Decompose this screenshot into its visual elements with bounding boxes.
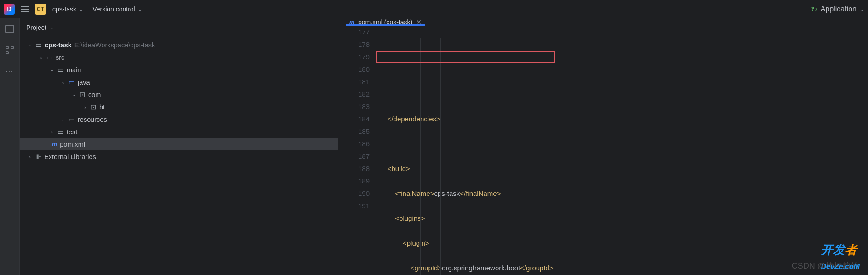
run-config-label: Application [821, 5, 857, 13]
expand-icon: ⌄ [71, 92, 77, 97]
package-icon: ⊡ [80, 91, 86, 98]
line-number: 185 [338, 125, 370, 138]
collapse-icon: › [27, 154, 33, 160]
library-icon: ⊪ [35, 153, 41, 160]
folder-icon: ▭ [35, 41, 42, 49]
expand-icon: ⌄ [60, 79, 66, 85]
collapse-icon: › [60, 117, 66, 122]
tree-node-java[interactable]: ⌄ ▭ java [20, 76, 338, 88]
folder-icon: ▭ [57, 66, 64, 74]
tab-label: pom.xml (cps-task) [358, 18, 412, 26]
code-line: <plugin> [380, 237, 868, 249]
run-config-selector[interactable]: ↻ Application ⌄ [811, 5, 864, 14]
line-number: 186 [338, 138, 370, 150]
code-editor[interactable]: 177 178 179 180 181 182 183 184 185 186 … [338, 26, 868, 275]
tree-label: com [88, 91, 101, 98]
expand-icon: ⌄ [27, 42, 33, 48]
tree-node-pom[interactable]: m pom.xml [20, 138, 338, 150]
maven-file-icon: m [52, 140, 57, 148]
chevron-down-icon: ⌄ [50, 25, 54, 31]
tree-label: External Libraries [44, 153, 96, 160]
highlight-box [376, 51, 555, 63]
expand-icon: ⌄ [49, 67, 55, 73]
collapse-icon: › [82, 104, 88, 110]
line-number: 184 [338, 113, 370, 125]
editor-tab-pom[interactable]: m pom.xml (cps-task) ✕ [346, 18, 425, 26]
maven-file-icon: m [349, 18, 354, 26]
collapse-icon: › [49, 129, 55, 135]
close-tab-icon[interactable]: ✕ [416, 18, 422, 26]
tree-node-src[interactable]: ⌄ ▭ src [20, 51, 338, 63]
line-number: 179 [338, 51, 370, 63]
structure-tool-icon[interactable] [6, 46, 14, 54]
chevron-down-icon: ⌄ [138, 6, 142, 12]
folder-icon: ▭ [46, 54, 53, 61]
tool-window-bar: ··· [0, 18, 19, 275]
more-tools-icon[interactable]: ··· [6, 67, 14, 74]
tree-node-bt[interactable]: › ⊡ bt [20, 101, 338, 113]
line-number: 188 [338, 162, 370, 175]
tree-node-test[interactable]: › ▭ test [20, 126, 338, 138]
code-line [380, 138, 868, 150]
code-line [380, 88, 868, 100]
tree-label: bt [99, 103, 105, 111]
line-number: 191 [338, 200, 370, 212]
resources-folder-icon: ▭ [69, 116, 75, 123]
main-menu-button[interactable] [18, 3, 31, 16]
project-selector[interactable]: cps-task ⌄ [50, 4, 86, 15]
project-name-label: cps-task [52, 6, 76, 13]
tree-label: main [67, 66, 81, 74]
tree-label: resources [78, 116, 107, 123]
editor-panel: m pom.xml (cps-task) ✕ 177 178 179 180 1… [338, 18, 868, 275]
line-number: 180 [338, 63, 370, 75]
main-toolbar: IJ CT cps-task ⌄ Version control ⌄ ↻ App… [0, 0, 868, 18]
project-tree: ⌄ ▭ cps-task E:\ideaWorkspace\cps-task ⌄… [20, 37, 338, 165]
code-content[interactable]: </dependencies> <build> <finalName>cps-t… [380, 26, 868, 275]
tree-node-root[interactable]: ⌄ ▭ cps-task E:\ideaWorkspace\cps-task [20, 39, 338, 51]
line-number: 177 [338, 26, 370, 38]
rerun-icon: ↻ [811, 5, 817, 14]
vcs-label: Version control [92, 6, 135, 13]
folder-icon: ▭ [69, 79, 75, 86]
expand-icon: ⌄ [38, 54, 44, 60]
line-gutter: 177 178 179 180 181 182 183 184 185 186 … [338, 26, 380, 275]
project-badge: CT [35, 4, 46, 15]
app-logo-icon[interactable]: IJ [4, 4, 15, 15]
package-icon: ⊡ [91, 103, 97, 111]
chevron-down-icon: ⌄ [860, 6, 864, 12]
code-line: <finalName>cps-task</finalName> [380, 187, 868, 200]
tree-label: java [78, 79, 90, 86]
code-line [380, 63, 868, 75]
code-line: <groupId>org.springframework.boot</group… [380, 262, 868, 274]
project-panel: Project ⌄ ⌄ ▭ cps-task E:\ideaWorkspace\… [19, 18, 338, 275]
line-number: 190 [338, 187, 370, 200]
tree-label: test [67, 128, 77, 136]
project-tool-icon[interactable] [5, 25, 14, 33]
tree-node-com[interactable]: ⌄ ⊡ com [20, 88, 338, 101]
vcs-menu[interactable]: Version control ⌄ [90, 4, 145, 15]
tree-node-external-libraries[interactable]: › ⊪ External Libraries [20, 150, 338, 163]
folder-icon: ▭ [57, 128, 64, 136]
editor-tabs: m pom.xml (cps-task) ✕ [338, 18, 868, 26]
tree-label: src [56, 54, 64, 61]
tree-node-resources[interactable]: › ▭ resources [20, 113, 338, 126]
project-panel-header[interactable]: Project ⌄ [20, 18, 338, 37]
tree-label: cps-task [45, 41, 72, 49]
tree-path: E:\ideaWorkspace\cps-task [74, 41, 155, 49]
project-panel-title: Project [26, 24, 46, 31]
line-number: 182 [338, 88, 370, 100]
line-number: 178 [338, 38, 370, 51]
code-line: </dependencies> [380, 113, 868, 125]
line-number: 189 [338, 175, 370, 187]
content-area: ··· Project ⌄ ⌄ ▭ cps-task E:\ideaWorksp… [0, 18, 868, 275]
tree-node-main[interactable]: ⌄ ▭ main [20, 63, 338, 76]
line-number: 183 [338, 100, 370, 113]
tree-label: pom.xml [60, 141, 85, 148]
code-line: <plugins> [380, 212, 868, 224]
chevron-down-icon: ⌄ [79, 6, 83, 12]
line-number: 187 [338, 150, 370, 162]
line-number: 181 [338, 75, 370, 88]
code-line: <build> [380, 162, 868, 175]
